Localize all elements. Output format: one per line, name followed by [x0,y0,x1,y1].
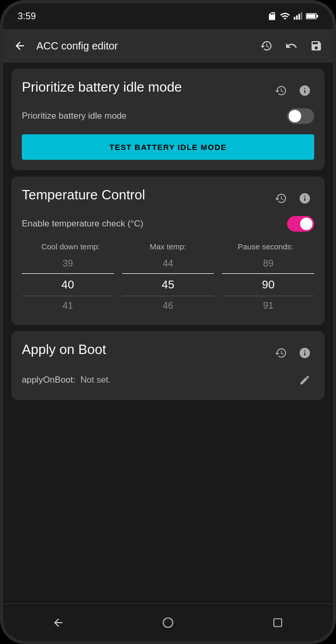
wifi-icon [280,11,290,21]
status-icons [267,11,318,21]
svg-rect-0 [294,17,295,20]
apply-on-boot-value: Not set. [80,375,111,385]
svg-rect-2 [299,14,300,20]
status-bar: 3:59 [3,3,333,29]
cool-down-divider-top [22,273,114,274]
pause-seconds-header: Pause seconds: [217,242,314,251]
temperature-toggle-label: Enable temperature check (°C) [22,219,144,229]
nav-recents-button[interactable] [267,612,288,633]
svg-rect-3 [301,12,302,20]
temperature-toggle[interactable] [287,216,314,232]
prioritize-header-icons [272,81,314,100]
app-bar: ACC config editor [3,29,333,62]
nav-bar [3,603,333,641]
temperature-card-header: Temperature Control [22,187,314,208]
prioritize-toggle-knob [289,110,301,122]
temperature-history-button[interactable] [272,189,290,208]
status-time: 3:59 [18,11,36,22]
apply-on-boot-info-button[interactable] [295,344,314,362]
pause-divider-top [222,273,314,274]
apply-on-boot-history-button[interactable] [272,344,290,362]
apply-on-boot-header: Apply on Boot [22,342,314,362]
test-battery-idle-button[interactable]: TEST BATTERY IDLE MODE [22,134,314,160]
temperature-card-title: Temperature Control [22,187,272,203]
back-button[interactable] [11,37,28,54]
max-temp-active: 45 [122,275,214,295]
temperature-header-icons [272,189,314,208]
cool-down-prev: 39 [22,255,114,272]
pause-next: 91 [222,297,314,314]
sd-card-icon [267,11,277,21]
prioritize-card-title: Prioritize battery idle mode [22,79,272,95]
cool-down-spinner[interactable]: 39 40 41 [22,255,114,314]
max-temp-next: 46 [122,297,214,314]
nav-back-button[interactable] [48,612,69,633]
apply-on-boot-setting-row: applyOnBoot: Not set. [22,371,314,389]
svg-point-7 [163,617,173,627]
apply-on-boot-header-icons [272,344,314,362]
nav-home-button[interactable] [158,612,178,633]
undo-button[interactable] [283,37,300,54]
cool-down-divider-bottom [22,296,114,296]
prioritize-history-button[interactable] [272,81,290,100]
prioritize-toggle[interactable] [287,108,314,124]
signal-icon [293,11,303,21]
cool-down-active: 40 [22,275,114,295]
app-bar-title: ACC config editor [36,40,250,52]
scroll-content: Prioritize battery idle mode Prioritize … [3,62,333,603]
pause-active: 90 [222,275,314,295]
svg-rect-5 [306,14,315,18]
svg-rect-6 [317,15,318,17]
max-temp-prev: 44 [122,255,214,272]
prioritize-info-button[interactable] [295,81,314,100]
history-button[interactable] [258,37,275,54]
svg-rect-1 [296,16,298,20]
max-temp-divider-top [122,273,214,274]
max-temp-header: Max temp: [119,242,216,251]
prioritize-card-header: Prioritize battery idle mode [22,79,314,100]
pause-prev: 89 [222,255,314,272]
max-temp-divider-bottom [122,296,214,296]
prioritize-toggle-label: Prioritize battery idle mode [22,111,126,121]
apply-on-boot-title: Apply on Boot [22,342,272,358]
temperature-toggle-knob [300,218,313,230]
save-button[interactable] [308,37,325,54]
max-temp-spinner[interactable]: 44 45 46 [122,255,214,314]
temp-spinners: 39 40 41 44 45 46 89 90 [22,255,314,314]
phone-frame: 3:59 ACC config editor [0,0,336,644]
temperature-card: Temperature Control Enable temperature c… [11,176,325,325]
cool-down-next: 41 [22,297,114,314]
apply-on-boot-edit-button[interactable] [295,371,314,389]
pause-seconds-spinner[interactable]: 89 90 91 [222,255,314,314]
pause-divider-bottom [222,296,314,296]
prioritize-card: Prioritize battery idle mode Prioritize … [11,69,325,170]
temp-headers: Cool down temp: Max temp: Pause seconds: [22,242,314,251]
apply-on-boot-card: Apply on Boot applyOnBoot: Not set. [11,331,325,400]
temperature-toggle-row: Enable temperature check (°C) [22,216,314,232]
cool-down-header: Cool down temp: [22,242,119,251]
prioritize-toggle-row: Prioritize battery idle mode [22,108,314,124]
battery-icon [306,11,318,21]
svg-rect-8 [274,618,282,626]
temperature-info-button[interactable] [295,189,314,208]
apply-on-boot-label: applyOnBoot: Not set. [22,375,111,385]
